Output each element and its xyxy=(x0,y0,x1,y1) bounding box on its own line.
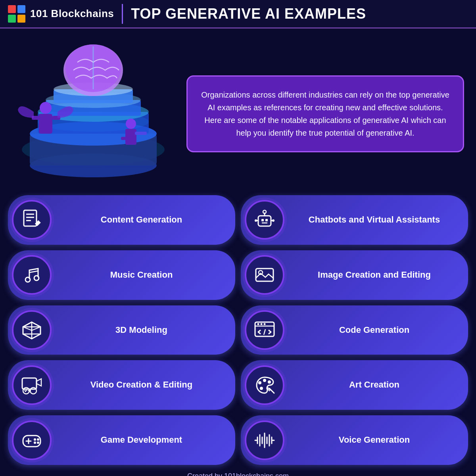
svg-rect-0 xyxy=(8,5,16,13)
content-generation-icon-circle xyxy=(12,200,52,240)
card-3d-modeling: 3D Modeling xyxy=(8,305,235,355)
header: 101 Blockchains TOP GENERATIVE AI EXAMPL… xyxy=(0,0,476,29)
waveform-icon-circle xyxy=(245,420,284,460)
svg-point-40 xyxy=(272,219,274,222)
music-icon xyxy=(21,264,43,286)
svg-point-41 xyxy=(25,277,30,282)
card-label-music-creation: Music Creation xyxy=(60,269,223,281)
card-label-3d-modeling: 3D Modeling xyxy=(60,324,223,336)
svg-point-66 xyxy=(268,380,271,384)
card-video-creation: Video Creation & Editing xyxy=(8,360,235,410)
card-content-generation: Content Generation xyxy=(8,195,235,245)
svg-line-51 xyxy=(32,327,40,330)
card-art-creation: Art Creation xyxy=(241,360,468,410)
cards-grid: Content Generation Chatbots and Virtual … xyxy=(0,195,476,469)
svg-rect-32 xyxy=(261,219,264,221)
header-title: TOP GENERATIVE AI EXAMPLES xyxy=(131,6,366,22)
svg-point-39 xyxy=(255,219,257,222)
card-label-chatbots: Chatbots and Virtual Assistants xyxy=(292,214,456,226)
svg-point-73 xyxy=(37,438,39,441)
description-box: Organizations across different industrie… xyxy=(186,75,464,152)
card-chatbots: Chatbots and Virtual Assistants xyxy=(241,195,468,245)
svg-line-43 xyxy=(29,271,38,273)
code-icon xyxy=(253,319,276,341)
svg-rect-26 xyxy=(24,210,36,226)
robot-icon xyxy=(253,209,276,231)
svg-rect-1 xyxy=(17,5,25,13)
svg-point-65 xyxy=(263,379,266,382)
svg-point-64 xyxy=(258,381,261,384)
illustration-area xyxy=(8,38,178,189)
svg-rect-31 xyxy=(258,216,271,226)
svg-rect-25 xyxy=(135,132,147,135)
header-divider xyxy=(122,4,123,24)
footer-site: 101blockchains.com xyxy=(224,472,289,476)
intro-section: Organizations across different industrie… xyxy=(0,29,476,195)
svg-point-22 xyxy=(126,119,136,129)
image-icon xyxy=(253,264,276,286)
gamepad-icon xyxy=(21,429,43,451)
card-game-development: Game Development xyxy=(8,415,235,465)
svg-point-55 xyxy=(257,323,259,325)
svg-marker-60 xyxy=(36,379,41,386)
card-label-art-creation: Art Creation xyxy=(292,379,456,391)
card-music-creation: Music Creation xyxy=(8,250,235,300)
logo-area: 101 Blockchains xyxy=(8,5,114,23)
svg-point-74 xyxy=(34,441,36,444)
svg-rect-33 xyxy=(265,219,268,221)
card-label-voice-generation: Voice Generation xyxy=(292,434,456,446)
svg-point-75 xyxy=(37,441,39,444)
palette-icon xyxy=(253,374,276,396)
3d-modeling-icon-circle xyxy=(12,310,52,350)
svg-point-57 xyxy=(264,323,266,325)
video-icon-circle xyxy=(12,365,52,405)
waveform-icon xyxy=(253,429,276,451)
footer: Created by 101blockchains.com xyxy=(0,469,476,476)
svg-line-58 xyxy=(264,329,265,335)
card-label-code-generation: Code Generation xyxy=(292,324,456,336)
code-icon-circle xyxy=(245,310,284,350)
cube-icon xyxy=(21,319,43,341)
image-icon-circle xyxy=(245,255,284,295)
card-voice-generation: Voice Generation xyxy=(241,415,468,465)
svg-point-56 xyxy=(261,323,263,325)
chatbots-icon-circle xyxy=(245,200,284,240)
gamepad-icon-circle xyxy=(12,420,52,460)
logo-icon xyxy=(8,5,25,23)
card-image-creation: Image Creation and Editing xyxy=(241,250,468,300)
svg-rect-2 xyxy=(8,15,16,23)
footer-text: Created by xyxy=(187,472,224,476)
svg-line-50 xyxy=(23,327,32,330)
svg-point-36 xyxy=(263,210,266,213)
card-label-video-creation: Video Creation & Editing xyxy=(60,379,223,391)
svg-point-18 xyxy=(40,102,52,114)
card-label-content-generation: Content Generation xyxy=(60,214,223,226)
document-edit-icon xyxy=(21,209,43,231)
card-code-generation: Code Generation xyxy=(241,305,468,355)
svg-point-67 xyxy=(260,387,263,390)
svg-rect-24 xyxy=(121,137,131,140)
svg-point-72 xyxy=(34,438,36,441)
svg-rect-3 xyxy=(17,15,25,23)
card-label-game-development: Game Development xyxy=(60,434,223,446)
art-icon-circle xyxy=(245,365,284,405)
svg-rect-19 xyxy=(39,114,52,134)
music-icon-circle xyxy=(12,255,52,295)
description-text: Organizations across different industrie… xyxy=(200,88,451,139)
card-label-image-creation: Image Creation and Editing xyxy=(292,269,456,281)
video-icon xyxy=(21,374,43,396)
logo-text: 101 Blockchains xyxy=(30,8,114,20)
svg-point-42 xyxy=(34,276,39,280)
svg-point-62 xyxy=(30,388,36,394)
